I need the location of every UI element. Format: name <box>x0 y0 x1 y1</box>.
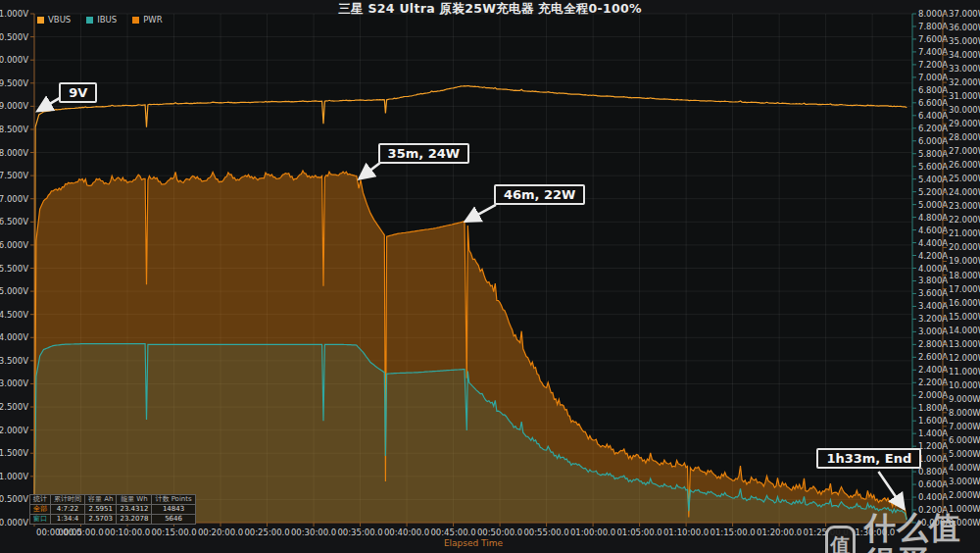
stats-row-label: 窗口 <box>30 515 51 525</box>
w-axis-tick-label: 31.000W <box>949 91 980 101</box>
v-axis-tick-label: 1.500V <box>0 448 28 458</box>
a-axis-tick-label: 1.400A <box>918 428 948 438</box>
x-axis-tick-label: 01:20:00.0 <box>757 528 802 537</box>
w-axis-tick-label: 21.000W <box>949 228 980 238</box>
v-axis-tick-label: 6.000V <box>0 240 28 250</box>
w-axis-tick-label: 27.000W <box>949 146 980 156</box>
v-axis-tick-label: 7.500V <box>0 171 28 180</box>
w-axis-tick-label: 18.000W <box>949 271 980 280</box>
w-axis-tick-label: 10.000W <box>949 380 980 390</box>
x-axis-tick-label: 00:50:00.0 <box>477 528 522 537</box>
v-axis-tick-label: 8.000V <box>0 148 28 158</box>
w-axis-tick-label: 23.000W <box>949 201 980 211</box>
stats-header: 能量 Wh <box>117 495 152 505</box>
a-axis-tick-label: 0.800A <box>918 467 948 477</box>
legend-item-ibus[interactable]: IBUS <box>86 15 117 25</box>
stats-row-all: 全部 4:7:22 2.5951 23.4312 14843 <box>30 505 196 515</box>
a-axis-tick-label: 6.200A <box>918 124 948 133</box>
v-axis-tick-label: 8.500V <box>0 125 28 134</box>
x-axis-tick-label: 01:00:00.0 <box>570 528 615 537</box>
watermark-text: 什么值得买 <box>864 511 980 553</box>
w-axis-tick-label: 19.000W <box>949 256 980 266</box>
ibus-swatch-icon <box>86 17 93 24</box>
x-axis-tick-label: 00:25:00.0 <box>244 528 289 537</box>
legend-label-pwr: PWR <box>143 15 162 25</box>
stats-cell: 1:34:4 <box>51 515 85 525</box>
a-axis-tick-label: 7.200A <box>918 60 948 70</box>
v-axis-tick-label: 9.000V <box>0 101 28 111</box>
w-axis-tick-label: 35.000W <box>949 36 980 46</box>
stats-header: 累计时间 <box>51 495 85 505</box>
w-axis-tick-label: 16.000W <box>949 298 980 308</box>
stats-header: 计数 Points <box>152 495 195 505</box>
charge-chart-screenshot: 11.000V10.500V10.000V9.500V9.000V8.500V8… <box>0 0 980 553</box>
stats-cell: 2.5703 <box>85 515 117 525</box>
a-axis-tick-label: 3.800A <box>918 276 948 285</box>
a-axis-tick-label: 2.200A <box>918 377 948 387</box>
stats-row-window: 窗口 1:34:4 2.5703 23.2078 5646 <box>30 515 196 525</box>
a-axis-tick-label: 2.800A <box>918 339 948 349</box>
a-axis-tick-label: 1.200A <box>918 441 948 451</box>
a-axis-tick-label: 7.600A <box>918 34 948 44</box>
v-axis-tick-label: 10.500V <box>0 32 28 42</box>
w-axis-tick-label: 6.000W <box>949 435 980 445</box>
w-axis-tick-label: 11.000W <box>949 367 980 377</box>
a-axis-tick-label: 0.400A <box>918 492 948 502</box>
x-axis-tick-label: 00:45:00.0 <box>430 528 475 537</box>
w-axis-tick-label: 7.000W <box>949 422 980 431</box>
x-axis-tick-label: 00:10:00.0 <box>105 528 150 537</box>
x-axis-tick-label: 00:40:00.0 <box>384 528 429 537</box>
w-axis-tick-label: 17.000W <box>949 284 980 294</box>
a-axis-tick-label: 4.000A <box>918 264 948 274</box>
stats-cell: 23.4312 <box>117 505 152 515</box>
w-axis-tick-label: 12.000W <box>949 353 980 363</box>
v-axis-tick-label: 3.000V <box>0 378 28 388</box>
v-axis-tick-label: 3.500V <box>0 356 28 366</box>
legend-item-vbus[interactable]: VBUS <box>37 15 71 25</box>
v-axis-tick-label: 4.000V <box>0 332 28 342</box>
w-axis-tick-label: 29.000W <box>949 119 980 128</box>
legend-item-pwr[interactable]: PWR <box>132 15 162 25</box>
x-axis-tick-label: 01:05:00.0 <box>616 528 662 537</box>
v-axis-tick-label: 5.500V <box>0 264 28 274</box>
x-axis-tick-label: 00:15:00.0 <box>151 528 196 537</box>
v-axis-tick-label: 7.000V <box>0 194 28 204</box>
pwr-swatch-icon <box>132 17 139 24</box>
v-axis-tick-label: 0.500V <box>0 494 28 504</box>
v-axis-tick-label: 0.000V <box>0 518 28 528</box>
w-axis-tick-label: 8.000W <box>949 408 980 418</box>
w-axis-tick-label: 9.000W <box>949 394 980 404</box>
w-axis-tick-label: 5.000W <box>949 449 980 459</box>
w-axis-tick-label: 15.000W <box>949 312 980 322</box>
w-axis-tick-label: 34.000W <box>949 50 980 60</box>
x-axis-title: Elapsed Time <box>444 538 504 548</box>
v-axis-tick-label: 1.000V <box>0 472 28 481</box>
a-axis-tick-label: 5.800A <box>918 149 948 159</box>
w-axis-tick-label: 2.000W <box>949 490 980 500</box>
vbus-swatch-icon <box>37 17 44 24</box>
stats-cell: 23.2078 <box>117 515 152 525</box>
v-axis-tick-label: 4.500V <box>0 310 28 320</box>
a-axis-tick-label: 3.000A <box>918 327 948 336</box>
a-axis-tick-label: 1.000A <box>918 454 948 464</box>
legend-label-ibus: IBUS <box>97 15 117 25</box>
watermark: 值 什么值得买 <box>825 511 980 553</box>
stats-header-row: 统计 累计时间 容量 Ah 能量 Wh 计数 Points <box>30 495 196 505</box>
stats-cell: 5646 <box>152 515 195 525</box>
w-axis-tick-label: 22.000W <box>949 215 980 225</box>
chart-plot: 11.000V10.500V10.000V9.500V9.000V8.500V8… <box>0 0 980 553</box>
x-axis-tick-label: 00:30:00.0 <box>291 528 336 537</box>
x-axis-tick-label: 00:35:00.0 <box>337 528 382 537</box>
a-axis-tick-label: 7.000A <box>918 73 948 82</box>
v-axis-tick-label: 10.000V <box>0 55 28 65</box>
w-axis-tick-label: 20.000W <box>949 242 980 252</box>
x-axis-tick-label: 01:15:00.0 <box>710 528 755 537</box>
annotation-callout-1: 35m, 24W <box>378 143 470 164</box>
a-axis-tick-label: 3.600A <box>918 288 948 298</box>
a-axis-tick-label: 4.400A <box>918 238 948 248</box>
a-axis-tick-label: 7.800A <box>918 22 948 31</box>
a-axis-tick-label: 6.400A <box>918 111 948 121</box>
a-axis-tick-label: 3.200A <box>918 314 948 324</box>
a-axis-tick-label: 5.600A <box>918 162 948 172</box>
a-axis-tick-label: 5.200A <box>918 187 948 197</box>
